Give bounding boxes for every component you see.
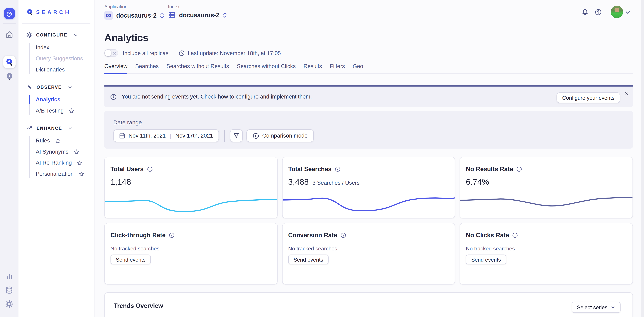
sidebar-item-query-suggestions[interactable]: Query Suggestions [36,53,94,64]
card-value: 3,488 [288,178,309,187]
tab-overview[interactable]: Overview [104,63,128,74]
stats-row: Total Users 1,148 Total Searches [104,157,633,218]
card-title: No Results Rate [466,166,513,172]
include-replicas-toggle[interactable] [104,49,118,57]
info-icon[interactable] [340,232,346,238]
star-icon[interactable] [77,160,82,166]
sidebar-item-label: Index [36,44,49,50]
rail-bottom-group [6,272,13,317]
calendar-icon [119,133,125,139]
stat-card-total-searches: Total Searches 3,488 3 Searches / Users [282,157,455,218]
date-separator: | [170,133,171,139]
notifications-bell-icon[interactable] [582,8,588,16]
search-product-tile[interactable] [3,56,16,68]
sidebar-item-index[interactable]: Index [36,42,94,53]
product-rail [0,0,18,317]
nav-header-enhance[interactable]: ENHANCE [18,124,94,132]
analytics-tabs: Overview Searches Searches without Resul… [104,63,633,74]
sidebar-item-label: Query Suggestions [36,56,83,62]
main-content: Application D2 docusaurus-2 Index [94,0,644,317]
card-status: No tracked searches [288,246,449,252]
sidebar-item-label: Rules [36,138,50,144]
card-click-through-rate: Click-through Rate No tracked searches S… [104,223,278,284]
index-selector[interactable]: Index docusaurus-2 [168,4,227,19]
nav-items-enhance: Rules AI Synonyms AI Re-Ranking [18,135,94,179]
info-icon[interactable] [512,232,518,238]
controls-divider [224,130,224,142]
select-series-label: Select series [577,304,608,310]
card-status: No tracked searches [110,246,272,252]
sidebar-item-ab-testing[interactable]: A/B Testing [36,105,94,116]
sidebar-item-label: A/B Testing [36,108,64,114]
nav-header-label: CONFIGURE [36,32,67,37]
star-icon[interactable] [78,171,84,177]
info-icon[interactable] [169,232,174,238]
chevron-down-icon [68,126,73,130]
nav-header-observe[interactable]: OBSERVE [18,83,94,91]
send-events-button[interactable]: Send events [466,254,506,264]
date-to: Nov 17th, 2021 [175,133,213,139]
tab-results[interactable]: Results [304,63,322,74]
date-from: Nov 11th, 2021 [129,133,166,139]
user-avatar[interactable] [611,6,623,18]
select-series-button[interactable]: Select series [572,302,620,313]
sidebar-item-ai-synonyms[interactable]: AI Synonyms [36,146,94,157]
filter-funnel-button[interactable] [230,129,242,142]
date-range-panel: Date range Nov 11th, 2021 | Nov 17th, 20… [104,111,633,149]
app-logo-tile[interactable] [4,8,14,19]
configure-events-button[interactable]: Configure your events [556,92,620,103]
sidebar-item-ai-reranking[interactable]: AI Re-Ranking [36,157,94,168]
nav-header-configure[interactable]: CONFIGURE [18,31,94,39]
trends-title: Trends Overview [114,302,624,309]
scrollbar[interactable] [640,0,644,317]
comparison-mode-button[interactable]: Comparison mode [246,129,314,142]
nav-group-configure: CONFIGURE Index Query Suggestions Dictio… [18,31,94,75]
application-label: Application [104,4,164,9]
help-icon[interactable] [595,8,602,16]
comparison-mode-label: Comparison mode [262,133,308,139]
sidebar-item-rules[interactable]: Rules [36,135,94,146]
sort-chevrons-icon [223,11,227,19]
application-value: docusaurus-2 [116,12,157,19]
date-range-picker[interactable]: Nov 11th, 2021 | Nov 17th, 2021 [114,129,219,142]
sidebar-item-personalization[interactable]: Personalization [36,168,94,180]
events-banner: You are not sending events yet. Check ho… [104,85,633,107]
send-events-button[interactable]: Send events [110,254,151,264]
application-selector[interactable]: Application D2 docusaurus-2 [104,4,164,20]
data-storage-icon[interactable] [6,286,13,294]
sidebar-item-dictionaries[interactable]: Dictionaries [36,64,94,75]
trends-overview-card: Trends Overview Select series [104,292,633,317]
card-title: Conversion Rate [288,232,337,238]
chevron-down-icon [611,305,615,310]
star-icon[interactable] [73,149,79,154]
tab-searches-without-results[interactable]: Searches without Results [166,63,229,74]
settings-gear-icon[interactable] [6,300,13,308]
user-menu-chevron-icon[interactable] [625,10,630,15]
info-icon [110,94,117,100]
usage-bars-icon[interactable] [6,272,13,280]
toggle-off-x-icon [113,52,116,55]
sidebar-item-analytics[interactable]: Analytics [36,94,94,105]
analytics-dashboard: SEARCH [0,0,644,317]
tab-searches-without-clicks[interactable]: Searches without Clicks [237,63,296,74]
trend-up-icon [26,125,33,132]
info-icon[interactable] [516,166,522,172]
tab-searches[interactable]: Searches [135,63,159,74]
play-circle-icon [252,132,259,139]
tab-filters[interactable]: Filters [330,63,345,74]
close-icon[interactable] [623,90,630,97]
recommend-bulb-icon[interactable] [5,72,13,80]
info-icon[interactable] [335,166,340,172]
info-icon[interactable] [147,166,153,172]
star-icon[interactable] [69,108,74,114]
gear-icon [26,32,32,38]
sidebar-nav: CONFIGURE Index Query Suggestions Dictio… [18,24,94,180]
send-events-button[interactable]: Send events [288,254,328,264]
home-icon[interactable] [5,30,14,39]
tab-geo[interactable]: Geo [353,63,363,74]
logo-text: SEARCH [36,9,71,15]
date-range-label: Date range [114,119,624,126]
application-badge: D2 [104,11,113,20]
star-icon[interactable] [55,138,60,144]
total-searches-sparkline [282,192,455,216]
